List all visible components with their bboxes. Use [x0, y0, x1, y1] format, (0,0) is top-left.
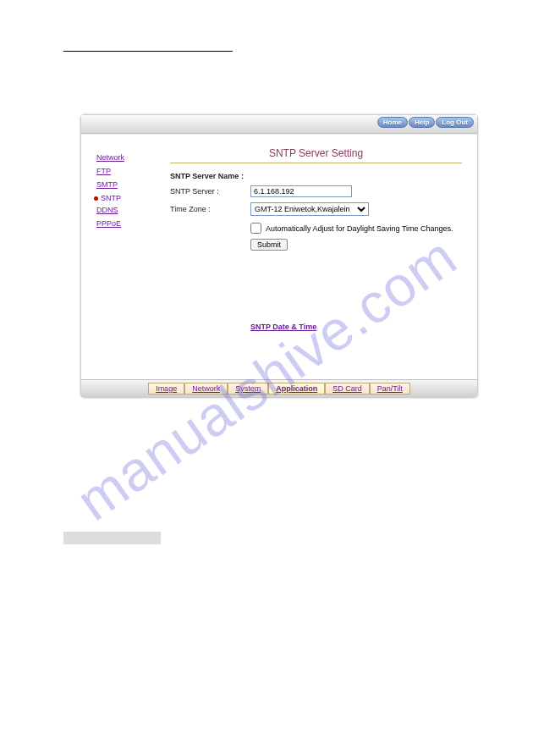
sidebar-item-network[interactable]: Network	[96, 153, 162, 162]
tab-pantilt[interactable]: Pan/Tilt	[370, 383, 410, 395]
tab-system[interactable]: System	[228, 383, 268, 395]
submit-button[interactable]: Submit	[250, 239, 288, 251]
server-name-label: SNTP Server Name :	[170, 172, 244, 180]
gray-bar	[63, 532, 161, 544]
dst-label: Automatically Adjust for Daylight Saving…	[266, 224, 453, 233]
home-button[interactable]: Home	[377, 117, 408, 128]
sidebar-item-ddns[interactable]: DDNS	[96, 206, 162, 214]
sidebar-item-label: SNTP	[101, 194, 121, 202]
panel-divider	[170, 163, 462, 163]
server-row: SNTP Server :	[170, 185, 462, 197]
logout-button[interactable]: Log Out	[436, 117, 474, 128]
sidebar-item-smtp[interactable]: SMTP	[96, 180, 162, 189]
timezone-label: Time Zone :	[170, 205, 250, 213]
panel-title: SNTP Server Setting	[170, 147, 462, 159]
help-button[interactable]: Help	[409, 117, 435, 128]
server-label: SNTP Server :	[170, 187, 250, 196]
top-underline	[63, 51, 233, 52]
dst-checkbox[interactable]	[250, 223, 261, 234]
top-bar: Home Help Log Out	[81, 115, 477, 134]
tab-application[interactable]: Application	[268, 383, 325, 395]
tab-image[interactable]: Image	[148, 383, 184, 395]
content-area: Network FTP SMTP SNTP DDNS PPPoE SNTP Se…	[81, 134, 477, 379]
server-name-row: SNTP Server Name :	[170, 172, 462, 180]
tab-sdcard[interactable]: SD Card	[325, 383, 370, 395]
sidebar-item-ftp[interactable]: FTP	[96, 167, 162, 175]
sntp-server-input[interactable]	[250, 185, 352, 197]
sidebar: Network FTP SMTP SNTP DDNS PPPoE	[81, 135, 162, 379]
tab-network[interactable]: Network	[184, 383, 228, 395]
sidebar-item-pppoe[interactable]: PPPoE	[96, 219, 162, 228]
sidebar-item-sntp[interactable]: SNTP	[94, 194, 162, 202]
main-panel: SNTP Server Setting SNTP Server Name : S…	[162, 135, 477, 379]
bottom-bar: Image Network System Application SD Card…	[81, 379, 477, 397]
app-window: Home Help Log Out Network FTP SMTP SNTP …	[80, 114, 478, 398]
dst-row: Automatically Adjust for Daylight Saving…	[250, 223, 462, 234]
sntp-date-time-link[interactable]: SNTP Date & Time	[250, 323, 316, 331]
timezone-row: Time Zone : GMT-12 Eniwetok,Kwajalein	[170, 202, 462, 216]
bullet-icon	[94, 196, 98, 201]
bottom-link-wrap: SNTP Date & Time	[250, 323, 462, 331]
timezone-select[interactable]: GMT-12 Eniwetok,Kwajalein	[250, 202, 369, 216]
top-buttons: Home Help Log Out	[377, 117, 474, 128]
